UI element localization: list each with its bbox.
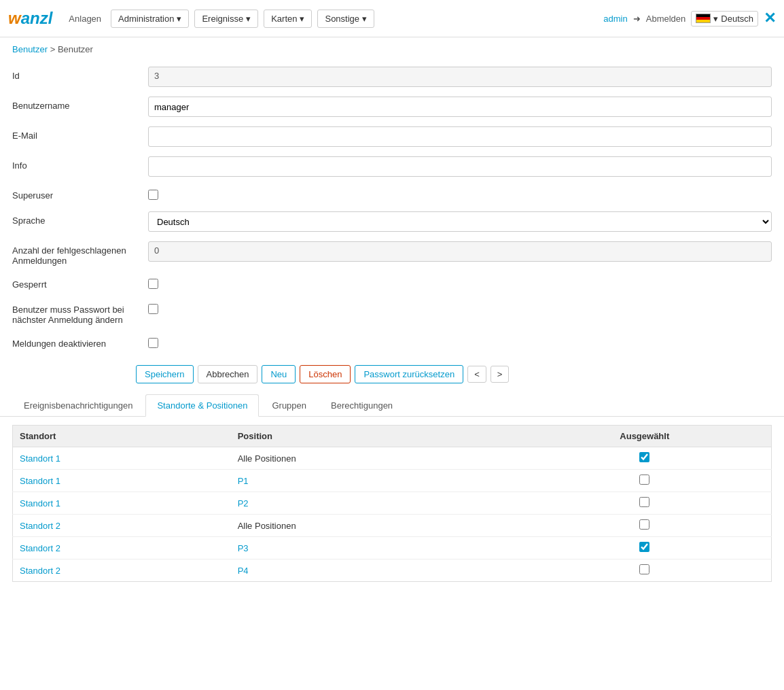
chevron-down-icon: ▾ (362, 14, 367, 24)
email-field[interactable] (148, 126, 772, 147)
meldungen-label: Meldungen deaktivieren (12, 334, 148, 349)
benutzername-row: Benutzername (12, 97, 772, 117)
info-field[interactable] (148, 156, 772, 177)
ausgewaehlt-checkbox[interactable] (639, 542, 649, 552)
standorte-table: Standort Position Ausgewählt Standort 1A… (12, 425, 772, 582)
standort-link[interactable]: Standort 1 (20, 453, 60, 464)
abbrechen-button[interactable]: Abbrechen (198, 365, 258, 383)
language-label: Deutsch (721, 14, 753, 24)
nav-sonstige-btn[interactable]: Sonstige ▾ (317, 10, 374, 28)
id-field: 3 (148, 67, 772, 87)
prev-button[interactable]: < (467, 366, 486, 383)
language-selector[interactable]: ▾ Deutsch (691, 11, 758, 27)
sprache-select[interactable]: Deutsch English Français (148, 211, 772, 232)
ausgewaehlt-checkbox[interactable] (639, 452, 649, 462)
loeschen-button[interactable]: Löschen (300, 365, 351, 383)
header-right: admin ➜ Abmelden ▾ Deutsch ✕ (603, 10, 776, 27)
passwort-aendern-checkbox-wrap (148, 300, 158, 316)
gesperrt-row: Gesperrt (12, 275, 772, 291)
table-row: Standort 2P3 (13, 537, 772, 559)
ausgewaehlt-checkbox[interactable] (639, 497, 649, 507)
next-button[interactable]: > (491, 366, 510, 383)
ausgewaehlt-checkbox[interactable] (639, 475, 649, 485)
tab-berechtigungen[interactable]: Berechtigungen (319, 394, 404, 416)
col-ausgewaehlt: Ausgewählt (518, 426, 772, 447)
benutzername-field[interactable] (148, 97, 772, 117)
table-row: Standort 2P4 (13, 559, 772, 582)
id-row: Id 3 (12, 67, 772, 87)
position-link[interactable]: P3 (238, 543, 249, 553)
passwort-aendern-label: Benutzer muss Passwort bei nächster Anme… (12, 300, 148, 325)
info-row: Info (12, 156, 772, 177)
ausgewaehlt-checkbox[interactable] (639, 564, 649, 574)
email-label: E-Mail (12, 126, 148, 141)
standort-link[interactable]: Standort 2 (20, 543, 60, 553)
table-header-row: Standort Position Ausgewählt (13, 426, 772, 447)
passwort-aendern-checkbox[interactable] (148, 304, 158, 314)
sprache-row: Sprache Deutsch English Français (12, 211, 772, 232)
breadcrumb-current: Benutzer (58, 44, 93, 54)
ausgewaehlt-checkbox[interactable] (639, 519, 649, 530)
nav-karten-btn[interactable]: Karten ▾ (264, 10, 312, 28)
abmelden-link[interactable]: Abmelden (646, 14, 686, 24)
tab-standorte-positionen[interactable]: Standorte & Positionen (145, 394, 259, 417)
gesperrt-checkbox[interactable] (148, 279, 158, 289)
anzahl-label: Anzahl der fehlgeschlagenen Anmeldungen (12, 241, 148, 266)
admin-link[interactable]: admin (603, 14, 627, 24)
id-label: Id (12, 67, 148, 81)
superuser-label: Superuser (12, 186, 148, 201)
table-row: Standort 1P1 (13, 470, 772, 492)
col-position: Position (231, 426, 518, 447)
chevron-down-icon: ▾ (246, 14, 251, 24)
meldungen-checkbox[interactable] (148, 338, 158, 348)
superuser-checkbox[interactable] (148, 190, 158, 200)
chevron-down-icon: ▾ (300, 14, 304, 24)
breadcrumb-benutzer-link[interactable]: Benutzer (12, 44, 48, 54)
user-form: Id 3 Benutzername E-Mail Info Superuser … (0, 61, 784, 350)
logo: wanzl (8, 9, 52, 28)
superuser-row: Superuser (12, 186, 772, 202)
table-row: Standort 2Alle Positionen (13, 515, 772, 537)
standort-link[interactable]: Standort 2 (20, 521, 60, 531)
logout-arrow-icon: ➜ (633, 14, 641, 24)
email-row: E-Mail (12, 126, 772, 147)
gesperrt-label: Gesperrt (12, 275, 148, 290)
fullscreen-button[interactable]: ✕ (764, 10, 776, 27)
nav-administration-btn[interactable]: Administration ▾ (111, 10, 189, 28)
tab-ereignisbenachrichtigungen[interactable]: Ereignisbenachrichtigungen (12, 394, 144, 416)
table-row: Standort 1P2 (13, 492, 772, 515)
tab-gruppen[interactable]: Gruppen (260, 394, 318, 416)
anzahl-field: 0 (148, 241, 772, 262)
position-link[interactable]: P1 (238, 476, 249, 486)
meldungen-row: Meldungen deaktivieren (12, 334, 772, 350)
sprache-label: Sprache (12, 211, 148, 226)
button-row: Speichern Abbrechen Neu Löschen Passwort… (0, 360, 784, 394)
tabs: Ereignisbenachrichtigungen Standorte & P… (0, 394, 784, 417)
lang-dropdown-arrow: ▾ (713, 14, 718, 24)
nav-ereignisse-btn[interactable]: Ereignisse ▾ (194, 10, 258, 28)
benutzername-label: Benutzername (12, 97, 148, 111)
passwort-aendern-row: Benutzer muss Passwort bei nächster Anme… (12, 300, 772, 325)
standort-link[interactable]: Standort 2 (20, 566, 60, 576)
anzahl-row: Anzahl der fehlgeschlagenen Anmeldungen … (12, 241, 772, 266)
standorte-table-wrap: Standort Position Ausgewählt Standort 1A… (0, 417, 784, 590)
header: wanzl Anlagen Administration ▾ Ereigniss… (0, 0, 784, 37)
position-text: Alle Positionen (231, 447, 518, 470)
gesperrt-checkbox-wrap (148, 275, 158, 291)
position-link[interactable]: P4 (238, 566, 249, 576)
neu-button[interactable]: Neu (262, 365, 296, 383)
position-link[interactable]: P2 (238, 498, 249, 508)
standort-link[interactable]: Standort 1 (20, 498, 60, 508)
chevron-down-icon: ▾ (177, 14, 181, 24)
standort-link[interactable]: Standort 1 (20, 476, 60, 486)
superuser-checkbox-wrap (148, 186, 158, 202)
passwort-button[interactable]: Passwort zurücksetzen (355, 365, 463, 383)
position-text: Alle Positionen (231, 515, 518, 537)
table-row: Standort 1Alle Positionen (13, 447, 772, 470)
info-label: Info (12, 156, 148, 171)
breadcrumb: Benutzer > Benutzer (0, 37, 784, 61)
col-standort: Standort (13, 426, 231, 447)
flag-icon (696, 14, 711, 23)
speichern-button[interactable]: Speichern (136, 365, 194, 383)
nav-anlagen[interactable]: Anlagen (65, 11, 105, 27)
